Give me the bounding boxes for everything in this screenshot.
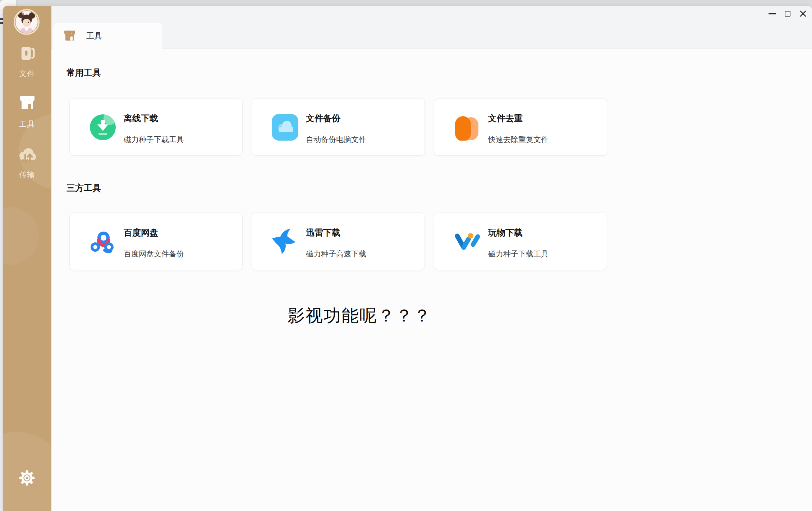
tab-tools[interactable]: 工具 [53, 23, 163, 49]
card-offline-download[interactable]: 离线下载 磁力种子下载工具 [69, 98, 243, 156]
card-wanwu-download[interactable]: 玩物下载 磁力种子下载工具 [434, 213, 607, 270]
card-title: 文件去重 [488, 113, 523, 124]
section-heading-third-party-tools: 三方工具 [66, 182, 101, 194]
sidebar-item-label: 工具 [3, 119, 51, 129]
transfer-cloud-icon [18, 146, 37, 164]
store-icon [63, 29, 76, 42]
app-window: 文件 工具 [3, 6, 812, 511]
background-menu-icon [0, 18, 3, 20]
sidebar: 文件 工具 [3, 6, 51, 511]
empty-state-message: 影视功能呢？？？ [51, 304, 668, 327]
card-title: 迅雷下载 [306, 227, 340, 238]
gear-icon [18, 469, 36, 487]
files-icon [19, 45, 36, 62]
girl-avatar-icon [14, 9, 40, 35]
background-window-edge [0, 14, 3, 511]
xunlei-bird-icon [272, 228, 298, 255]
card-subtitle: 百度网盘文件备份 [124, 249, 184, 259]
card-subtitle: 磁力种子下载工具 [124, 134, 184, 145]
close-icon [799, 10, 807, 17]
window-controls [767, 9, 808, 18]
file-dedupe-icon [454, 114, 481, 141]
offline-download-icon [90, 114, 116, 141]
card-title: 文件备份 [306, 113, 340, 124]
card-xunlei-download[interactable]: 迅雷下载 磁力种子高速下载 [252, 213, 425, 270]
card-file-dedupe[interactable]: 文件去重 快速去除重复文件 [434, 98, 607, 156]
minimize-icon [769, 13, 776, 14]
titlebar: 工具 [51, 6, 812, 49]
maximize-icon [785, 11, 790, 17]
user-avatar[interactable] [14, 9, 40, 35]
third-party-tools-cards: 百度网盘 百度网盘文件备份 迅雷下载 磁力种子高速下载 [69, 213, 607, 270]
card-title: 百度网盘 [124, 227, 158, 238]
card-title: 离线下载 [124, 113, 158, 124]
card-subtitle: 自动备份电脑文件 [306, 134, 366, 145]
card-subtitle: 磁力种子高速下载 [306, 249, 366, 259]
card-file-backup[interactable]: 文件备份 自动备份电脑文件 [252, 98, 425, 156]
settings-button[interactable] [18, 469, 36, 487]
baidu-netdisk-icon [90, 228, 116, 255]
card-title: 玩物下载 [488, 227, 523, 238]
card-subtitle: 磁力种子下载工具 [488, 249, 549, 259]
minimize-button[interactable] [767, 9, 777, 18]
card-baidu-netdisk[interactable]: 百度网盘 百度网盘文件备份 [69, 213, 243, 270]
sidebar-item-label: 传输 [3, 170, 51, 180]
main-area: 工具 常用工具 [51, 6, 812, 511]
common-tools-cards: 离线下载 磁力种子下载工具 [69, 98, 607, 156]
card-subtitle: 快速去除重复文件 [488, 134, 549, 145]
store-icon [19, 95, 36, 112]
file-backup-icon [272, 114, 298, 141]
sidebar-item-files[interactable]: 文件 [3, 45, 51, 79]
section-heading-common-tools: 常用工具 [66, 67, 101, 78]
sidebar-decor-circle [3, 207, 39, 265]
maximize-button[interactable] [783, 9, 792, 18]
wanwu-icon [454, 228, 481, 255]
background-menu-icon [0, 22, 3, 24]
tab-label: 工具 [86, 31, 102, 41]
sidebar-item-transfer[interactable]: 传输 [3, 146, 51, 180]
sidebar-item-label: 文件 [3, 69, 51, 79]
close-button[interactable] [798, 9, 808, 18]
tools-page: 常用工具 [51, 49, 812, 511]
sidebar-item-tools[interactable]: 工具 [3, 95, 51, 129]
desktop-screen: 文件 工具 [0, 0, 812, 511]
